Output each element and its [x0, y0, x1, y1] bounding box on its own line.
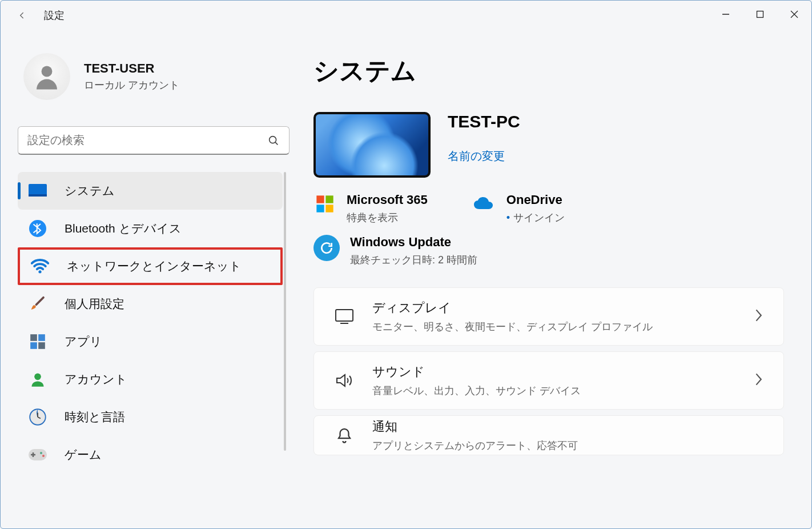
app-title: 設定 — [44, 9, 65, 22]
card-windows-update[interactable]: Windows Update 最終チェック日時: 2 時間前 — [313, 235, 784, 267]
bluetooth-icon — [28, 219, 47, 238]
wifi-icon — [30, 257, 50, 276]
search-field[interactable] — [27, 134, 267, 147]
sound-icon — [333, 370, 355, 391]
main-content: システム TEST-PC 名前の変更 Microsoft 365 特典を表示 O… — [298, 30, 811, 528]
svg-point-23 — [42, 455, 45, 457]
display-icon — [333, 306, 355, 327]
account-icon — [28, 370, 47, 389]
sidebar-item-time-language[interactable]: 時刻と言語 — [18, 398, 283, 436]
chevron-right-icon — [754, 372, 763, 388]
sidebar-item-label: Bluetooth とデバイス — [65, 221, 182, 237]
system-icon — [28, 181, 47, 201]
svg-rect-25 — [325, 195, 333, 203]
game-icon — [28, 445, 47, 464]
clock-icon — [28, 407, 47, 427]
sidebar-item-label: アプリ — [65, 334, 102, 350]
svg-rect-12 — [38, 334, 45, 341]
card-title: Microsoft 365 — [347, 193, 428, 207]
row-title: サウンド — [372, 363, 754, 380]
sidebar-item-label: ゲーム — [65, 447, 102, 463]
sidebar: TEST-USER ローカル アカウント システム Bluetooth とデバイ… — [1, 30, 298, 528]
svg-rect-27 — [325, 205, 333, 212]
rename-link[interactable]: 名前の変更 — [448, 149, 520, 164]
card-microsoft365[interactable]: Microsoft 365 特典を表示 — [313, 193, 428, 225]
svg-point-15 — [34, 374, 41, 380]
svg-rect-28 — [336, 310, 353, 321]
page-title: システム — [313, 54, 784, 88]
sidebar-item-personalization[interactable]: 個人用設定 — [18, 285, 283, 323]
sidebar-item-bluetooth[interactable]: Bluetooth とデバイス — [18, 210, 283, 247]
sidebar-item-system[interactable]: システム — [18, 172, 283, 210]
card-title: OneDrive — [507, 193, 565, 207]
search-icon — [267, 134, 280, 147]
update-icon — [313, 235, 340, 261]
brush-icon — [28, 294, 47, 314]
settings-list: ディスプレイ モニター、明るさ、夜間モード、ディスプレイ プロファイル サウンド… — [313, 287, 784, 455]
sidebar-item-label: アカウント — [65, 371, 127, 387]
row-subtitle: モニター、明るさ、夜間モード、ディスプレイ プロファイル — [372, 320, 754, 334]
sidebar-item-gaming[interactable]: ゲーム — [18, 436, 283, 474]
svg-rect-8 — [29, 194, 47, 197]
title-bar: 設定 — [1, 1, 811, 30]
svg-rect-26 — [316, 205, 324, 212]
svg-line-6 — [275, 142, 278, 144]
svg-point-22 — [40, 452, 42, 454]
svg-rect-24 — [316, 195, 324, 203]
card-subtitle: •サインイン — [507, 211, 565, 225]
sidebar-nav: システム Bluetooth とデバイス ネットワークとインターネット 個人用設… — [18, 172, 294, 474]
close-button[interactable] — [777, 1, 811, 28]
row-title: 通知 — [372, 418, 763, 435]
svg-rect-11 — [30, 334, 37, 341]
window-controls — [709, 1, 811, 28]
search-input[interactable] — [18, 126, 290, 155]
back-icon[interactable] — [17, 10, 28, 21]
sidebar-item-label: 時刻と言語 — [65, 409, 125, 425]
card-onedrive[interactable]: OneDrive •サインイン — [473, 193, 565, 225]
bell-icon — [333, 424, 355, 446]
row-notifications[interactable]: 通知 アプリとシステムからのアラート、応答不可 — [313, 415, 784, 455]
svg-point-10 — [38, 270, 41, 273]
svg-rect-13 — [30, 342, 37, 349]
sidebar-item-label: システム — [65, 183, 115, 199]
user-name: TEST-USER — [84, 61, 179, 76]
svg-rect-14 — [38, 342, 45, 349]
row-subtitle: 音量レベル、出力、入力、サウンド デバイス — [372, 384, 754, 398]
row-subtitle: アプリとシステムからのアラート、応答不可 — [372, 439, 763, 452]
desktop-thumbnail[interactable] — [313, 112, 431, 178]
sidebar-item-apps[interactable]: アプリ — [18, 323, 283, 360]
svg-rect-1 — [757, 11, 763, 18]
card-title: Windows Update — [350, 235, 477, 250]
row-title: ディスプレイ — [372, 299, 754, 316]
avatar — [23, 53, 70, 100]
minimize-button[interactable] — [709, 1, 743, 28]
scrollbar[interactable] — [284, 172, 286, 451]
sidebar-item-label: ネットワークとインターネット — [67, 258, 242, 274]
svg-point-5 — [270, 136, 276, 143]
user-profile[interactable]: TEST-USER ローカル アカウント — [18, 53, 294, 100]
sidebar-item-accounts[interactable]: アカウント — [18, 360, 283, 398]
pc-name: TEST-PC — [448, 112, 520, 131]
user-subtitle: ローカル アカウント — [84, 78, 179, 92]
ms365-icon — [313, 193, 336, 215]
apps-icon — [28, 332, 47, 351]
card-subtitle: 最終チェック日時: 2 時間前 — [350, 253, 477, 267]
svg-point-4 — [42, 66, 53, 77]
chevron-right-icon — [754, 308, 763, 324]
sidebar-item-network[interactable]: ネットワークとインターネット — [18, 247, 283, 285]
row-sound[interactable]: サウンド 音量レベル、出力、入力、サウンド デバイス — [313, 351, 784, 410]
row-display[interactable]: ディスプレイ モニター、明るさ、夜間モード、ディスプレイ プロファイル — [313, 287, 784, 346]
card-subtitle: 特典を表示 — [347, 211, 428, 225]
maximize-button[interactable] — [743, 1, 777, 28]
sidebar-item-label: 個人用設定 — [65, 296, 124, 312]
svg-point-9 — [29, 220, 46, 237]
onedrive-icon — [473, 193, 496, 215]
